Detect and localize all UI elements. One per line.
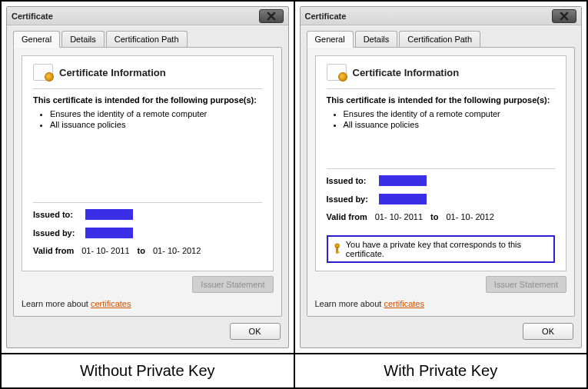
issued-to-row: Issued to:: [327, 175, 556, 186]
private-key-box: You have a private key that corresponds …: [327, 235, 556, 263]
tab-general[interactable]: General: [13, 31, 60, 48]
valid-row: Valid from01- 10- 2011to01- 10- 2012: [33, 246, 262, 255]
ok-button[interactable]: OK: [523, 323, 573, 340]
info-title: Certificate Information: [353, 67, 460, 78]
info-panel: Certificate InformationThis certificate …: [22, 55, 274, 271]
ok-row: OK: [301, 323, 582, 347]
issued-by-row: Issued by:: [33, 228, 262, 238]
learn-more-row: Learn more about certificates: [315, 299, 567, 308]
valid-from-label: Valid from: [327, 212, 367, 221]
issued-to-row: Issued to:: [33, 209, 262, 220]
valid-to-label: to: [430, 212, 438, 221]
divider: [327, 168, 556, 169]
private-key-text: You have a private key that corresponds …: [346, 240, 549, 258]
window-title: Certificate: [305, 12, 553, 21]
valid-from-label: Valid from: [33, 246, 74, 255]
ok-row: OK: [7, 323, 288, 347]
titlebar: Certificate: [301, 7, 582, 25]
certificate-dialog: CertificateGeneralDetailsCertification P…: [300, 6, 583, 348]
close-button[interactable]: [259, 9, 284, 23]
tab-general[interactable]: General: [307, 31, 354, 48]
tab-certification-path[interactable]: Certification Path: [399, 31, 480, 48]
issuer-statement-button: Issuer Statement: [486, 276, 566, 293]
column-caption: With Private Key: [295, 353, 587, 387]
divider: [33, 202, 262, 203]
tab-body-general: Certificate InformationThis certificate …: [13, 47, 282, 317]
divider: [327, 88, 556, 89]
comparison-column: CertificateGeneralDetailsCertification P…: [295, 2, 587, 387]
key-icon: [333, 243, 341, 255]
issuer-row: Issuer Statement: [22, 276, 274, 293]
valid-row: Valid from01- 10- 2011to01- 10- 2012: [327, 212, 556, 221]
issued-to-label: Issued to:: [33, 210, 81, 219]
tab-strip: GeneralDetailsCertification Path: [7, 25, 288, 47]
valid-to-value: 01- 10- 2012: [446, 212, 493, 221]
issued-to-value: [85, 209, 133, 220]
tab-details[interactable]: Details: [355, 31, 398, 48]
issued-by-label: Issued by:: [33, 228, 81, 238]
info-panel: Certificate InformationThis certificate …: [315, 55, 567, 271]
certificate-icon: [33, 64, 53, 81]
issuer-statement-button: Issuer Statement: [192, 276, 273, 293]
tab-strip: GeneralDetailsCertification Path: [301, 25, 582, 47]
purpose-item: All issuance policies: [344, 120, 556, 129]
purpose-item: Ensures the identity of a remote compute…: [344, 109, 556, 118]
footer: Issuer StatementLearn more about certifi…: [315, 276, 567, 308]
divider: [33, 88, 262, 89]
certificates-link[interactable]: certificates: [384, 299, 424, 308]
dialog-wrap: CertificateGeneralDetailsCertification P…: [295, 2, 587, 353]
spacer: [33, 135, 262, 199]
comparison-column: CertificateGeneralDetailsCertification P…: [2, 2, 295, 387]
purpose-item: All issuance policies: [50, 120, 262, 129]
valid-to-label: to: [138, 246, 145, 255]
footer: Issuer StatementLearn more about certifi…: [22, 276, 274, 308]
ribbon-icon: [45, 72, 54, 81]
certificate-icon: [327, 64, 347, 81]
learn-more-prefix: Learn more about: [315, 299, 384, 308]
info-title: Certificate Information: [59, 67, 166, 78]
learn-more-prefix: Learn more about: [22, 299, 91, 308]
issued-to-label: Issued to:: [327, 176, 374, 185]
certificates-link[interactable]: certificates: [91, 299, 131, 308]
purposes-list: Ensures the identity of a remote compute…: [344, 109, 556, 131]
intended-text: This certificate is intended for the fol…: [33, 95, 262, 105]
ok-button[interactable]: OK: [230, 323, 281, 340]
titlebar: Certificate: [7, 7, 288, 25]
close-icon: [560, 12, 569, 21]
issued-to-value: [379, 175, 427, 186]
tab-details[interactable]: Details: [61, 31, 105, 48]
close-icon: [267, 12, 276, 21]
column-caption: Without Private Key: [2, 353, 294, 387]
issued-by-value: [379, 194, 427, 204]
spacer: [327, 135, 556, 165]
info-header: Certificate Information: [327, 64, 556, 81]
ribbon-icon: [338, 72, 347, 81]
issuer-row: Issuer Statement: [315, 276, 567, 293]
issued-by-label: Issued by:: [327, 194, 374, 204]
svg-rect-2: [336, 252, 339, 254]
valid-from-value: 01- 10- 2011: [375, 212, 423, 221]
tab-certification-path[interactable]: Certification Path: [106, 31, 188, 48]
intended-text: This certificate is intended for the fol…: [327, 95, 556, 105]
purpose-item: Ensures the identity of a remote compute…: [50, 109, 262, 118]
certificate-dialog: CertificateGeneralDetailsCertification P…: [6, 6, 289, 348]
issued-by-value: [85, 228, 133, 238]
valid-to-value: 01- 10- 2012: [153, 246, 201, 255]
issued-by-row: Issued by:: [327, 194, 556, 204]
valid-from-value: 01- 10- 2011: [81, 246, 129, 255]
close-button[interactable]: [552, 9, 576, 23]
tab-body-general: Certificate InformationThis certificate …: [307, 47, 576, 317]
learn-more-row: Learn more about certificates: [22, 299, 274, 308]
purposes-list: Ensures the identity of a remote compute…: [50, 109, 262, 131]
info-header: Certificate Information: [33, 64, 262, 81]
dialog-wrap: CertificateGeneralDetailsCertification P…: [2, 2, 294, 353]
window-title: Certificate: [12, 12, 259, 21]
